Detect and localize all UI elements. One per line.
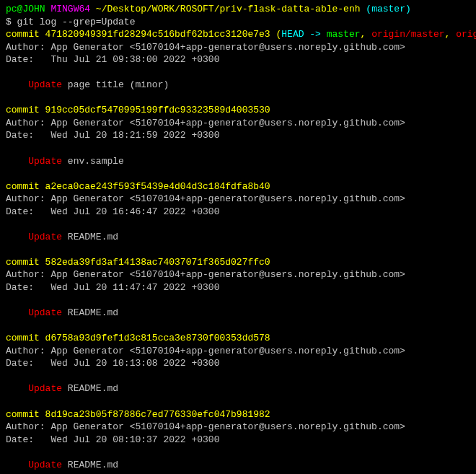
author-line: Author: App Generator <51070104+app-gene… [6,346,405,356]
commit-line: commit 471820949391fd28294c516bdf62b1cc3… [6,29,476,40]
commit-msg-keyword: Update [28,460,62,470]
head-ref: HEAD -> [281,29,326,40]
commit-msg-rest: README.md [62,460,118,470]
prompt-branch: (master) [366,4,410,14]
command-line: $ git log --grep=Update [6,17,135,27]
commit-msg-keyword: Update [28,383,62,394]
prompt-path: ~/Desktop/WORK/ROSOFT/priv-flask-datta-a… [96,4,361,14]
commit-msg-rest: README.md [62,307,118,318]
author-line: Author: App Generator <51070104+app-gene… [6,269,405,280]
date-line: Date: Wed Jul 20 16:46:47 2022 +0300 [6,206,219,217]
author-line: Author: App Generator <51070104+app-gene… [6,421,405,432]
author-line: Author: App Generator <51070104+app-gene… [6,42,405,53]
commit-msg-keyword: Update [28,307,62,318]
commit-msg-keyword: Update [28,156,62,167]
commit-msg-rest: page title (minor) [62,79,169,90]
date-line: Date: Wed Jul 20 08:10:37 2022 +0300 [6,434,219,445]
date-line: Date: Wed Jul 20 11:47:47 2022 +0300 [6,282,219,293]
author-line: Author: App Generator <51070104+app-gene… [6,193,405,204]
origin-master: origin/master [371,29,444,40]
prompt-shell: MINGW64 [50,4,90,14]
date-line: Date: Wed Jul 20 18:21:59 2022 +0300 [6,130,219,141]
branch-master: master [327,29,361,40]
author-line: Author: App Generator <51070104+app-gene… [6,118,405,128]
prompt-user: pc@JOHN [6,4,45,14]
commit-msg-rest: README.md [62,232,118,242]
commit-line: commit a2eca0cae243f593f5439e4d04d3c184f… [6,181,270,192]
commit-msg-keyword: Update [28,79,62,90]
commit-line: commit d6758a93d9fef1d3c815cca3e8730f003… [6,333,270,343]
commit-msg-keyword: Update [28,232,62,242]
date-line: Date: Wed Jul 20 10:13:08 2022 +0300 [6,358,219,369]
commit-line: commit 919cc05dcf5470995199ffdc93323589d… [6,105,270,115]
origin-head: origin/HEAD [456,29,476,40]
commit-msg-rest: env.sample [62,156,124,167]
commit-msg-rest: README.md [62,383,118,394]
date-line: Date: Thu Jul 21 09:38:00 2022 +0300 [6,54,219,65]
commit-line: commit 582eda39fd3af14138ac74037071f365d… [6,257,270,268]
commit-line: commit 8d19ca23b05f87886c7ed776330efc047… [6,409,270,420]
